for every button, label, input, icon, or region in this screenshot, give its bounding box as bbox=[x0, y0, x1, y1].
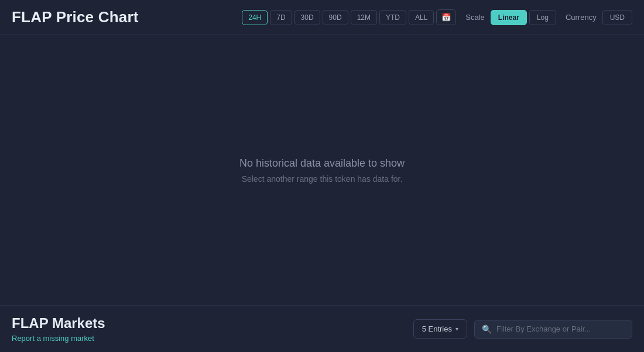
time-btn-ytd[interactable]: YTD bbox=[379, 10, 406, 25]
currency-button[interactable]: USD bbox=[602, 10, 632, 25]
no-data-title: No historical data available to show bbox=[239, 157, 405, 170]
entries-label: 5 Entries bbox=[422, 325, 452, 333]
markets-right: 5 Entries ▾ 🔍 bbox=[413, 319, 632, 339]
calendar-icon: 📅 bbox=[441, 13, 451, 22]
calendar-button[interactable]: 📅 bbox=[436, 9, 456, 25]
header-controls: 24H 7D 30D 90D 12M YTD ALL 📅 Scale Linea… bbox=[242, 9, 632, 25]
time-btn-7d[interactable]: 7D bbox=[270, 10, 292, 25]
markets-left: FLAP Markets Report a missing market bbox=[12, 315, 105, 343]
scale-label: Scale bbox=[465, 13, 485, 22]
time-btn-30d[interactable]: 30D bbox=[294, 10, 320, 25]
scale-btn-log[interactable]: Log bbox=[529, 10, 556, 25]
time-btn-24h[interactable]: 24H bbox=[242, 10, 268, 25]
page-wrapper: FLAP Price Chart 24H 7D 30D 90D 12M YTD … bbox=[0, 0, 644, 352]
header: FLAP Price Chart 24H 7D 30D 90D 12M YTD … bbox=[0, 0, 644, 35]
time-btn-12m[interactable]: 12M bbox=[351, 10, 377, 25]
scale-btn-linear[interactable]: Linear bbox=[491, 10, 527, 25]
chart-area: No historical data available to show Sel… bbox=[0, 35, 644, 305]
bottom-section: FLAP Markets Report a missing market 5 E… bbox=[0, 305, 644, 352]
time-btn-90d[interactable]: 90D bbox=[323, 10, 348, 25]
entries-button[interactable]: 5 Entries ▾ bbox=[413, 319, 467, 339]
markets-title: FLAP Markets bbox=[12, 315, 105, 332]
filter-input[interactable] bbox=[496, 325, 625, 333]
filter-input-wrapper: 🔍 bbox=[474, 320, 632, 339]
currency-label: Currency bbox=[566, 13, 597, 22]
no-data-subtitle: Select another range this token has data… bbox=[242, 174, 403, 184]
time-filters: 24H 7D 30D 90D 12M YTD ALL 📅 bbox=[242, 9, 456, 25]
report-missing-market-link[interactable]: Report a missing market bbox=[12, 334, 105, 343]
page-title: FLAP Price Chart bbox=[12, 8, 139, 26]
chevron-down-icon: ▾ bbox=[455, 326, 458, 332]
time-btn-all[interactable]: ALL bbox=[409, 10, 434, 25]
scale-buttons: Linear Log bbox=[491, 10, 556, 25]
search-icon: 🔍 bbox=[482, 325, 492, 334]
